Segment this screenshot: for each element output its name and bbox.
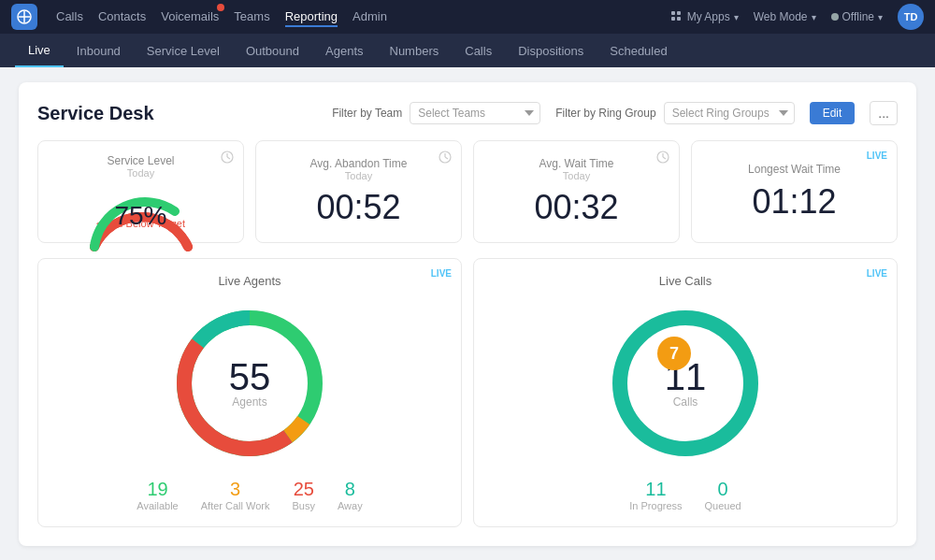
metric-wait-title: Avg. Wait Time: [539, 157, 613, 170]
subnav-agents[interactable]: Agents: [312, 34, 376, 67]
dashboard-header: Service Desk Filter by Team Select Teams…: [37, 101, 898, 125]
metric-wait-value: 00:32: [534, 189, 618, 226]
svg-rect-4: [677, 11, 681, 15]
filter-ring-label: Filter by Ring Group: [555, 107, 655, 120]
metric-service-level: Service Level Today: [37, 140, 244, 243]
voicemail-badge: [217, 4, 224, 11]
more-button[interactable]: ...: [870, 101, 898, 125]
agents-count: 55: [229, 358, 271, 395]
svg-rect-3: [671, 11, 675, 15]
queued-value: 0: [705, 479, 741, 500]
subnav-numbers[interactable]: Numbers: [377, 34, 453, 67]
top-nav: Calls Contacts Voicemails Teams Reportin…: [0, 0, 935, 34]
live-calls-title: Live Calls: [489, 274, 882, 288]
in-progress-label: In Progress: [629, 500, 682, 511]
after-call-value: 3: [201, 479, 270, 500]
top-nav-links: Calls Contacts Voicemails Teams Reportin…: [56, 7, 652, 27]
page-title: Service Desk: [37, 103, 154, 124]
calls-notification-bubble: 7: [657, 337, 691, 370]
edit-button[interactable]: Edit: [810, 102, 856, 124]
live-agents-title: Live Agents: [53, 274, 446, 288]
agents-stats: 19 Available 3 After Call Work 25 Busy 8…: [53, 479, 446, 511]
after-call-label: After Call Work: [201, 500, 270, 511]
available-label: Available: [137, 500, 178, 511]
gauge-value: 75%: [114, 201, 166, 231]
clock-icon-1: [439, 151, 452, 166]
nav-reporting[interactable]: Reporting: [285, 7, 338, 27]
live-agents-panel: LIVE Live Agents: [37, 258, 462, 527]
agents-donut-wrapper: 55 Agents: [53, 299, 446, 467]
svg-line-12: [445, 157, 448, 159]
subnav-service-level[interactable]: Service Level: [134, 34, 233, 67]
calls-stats: 11 In Progress 0 Queued: [489, 479, 882, 511]
main-content: Service Desk Filter by Team Select Teams…: [0, 67, 935, 560]
svg-rect-5: [671, 17, 675, 21]
metrics-row: Service Level Today: [37, 140, 898, 243]
subnav-live[interactable]: Live: [15, 34, 64, 67]
metric-wait-subtitle: Today: [563, 170, 590, 181]
metric-longest-title: Longest Wait Time: [748, 163, 841, 176]
live-calls-panel: LIVE Live Calls 7 11 Calls 11: [473, 258, 898, 527]
metric-longest-value: 01:12: [752, 183, 836, 221]
status-btn[interactable]: Offline ▾: [831, 10, 883, 23]
in-progress-value: 11: [629, 479, 682, 500]
web-mode-btn[interactable]: Web Mode ▾: [754, 10, 816, 23]
stat-queued: 0 Queued: [705, 479, 741, 511]
calls-donut-wrapper: 7 11 Calls: [489, 299, 882, 467]
busy-value: 25: [293, 479, 315, 500]
subnav-outbound[interactable]: Outbound: [233, 34, 312, 67]
metric-longest-wait: Longest Wait Time LIVE 01:12: [691, 140, 898, 243]
clock-icon-0: [221, 151, 234, 166]
calls-label: Calls: [665, 395, 707, 409]
nav-admin[interactable]: Admin: [352, 7, 387, 27]
metric-wait-time: Avg. Wait Time Today 00:32: [473, 140, 680, 243]
stat-in-progress: 11 In Progress: [629, 479, 682, 511]
nav-calls[interactable]: Calls: [56, 7, 83, 27]
subnav-calls[interactable]: Calls: [452, 34, 505, 67]
away-value: 8: [338, 479, 363, 500]
metric-service-level-title: Service Level: [53, 154, 228, 167]
filter-team-select[interactable]: Select Teams: [410, 102, 540, 124]
live-badge-0: LIVE: [867, 151, 887, 161]
subnav-inbound[interactable]: Inbound: [64, 34, 134, 67]
metric-abandon-title: Avg. Abandon Time: [310, 157, 408, 170]
metric-abandon-value: 00:52: [316, 189, 400, 226]
nav-voicemails[interactable]: Voicemails: [161, 7, 219, 27]
away-label: Away: [338, 500, 363, 511]
available-value: 19: [137, 479, 178, 500]
stat-available: 19 Available: [137, 479, 178, 511]
filter-ring-select[interactable]: Select Ring Groups: [664, 102, 795, 124]
nav-contacts[interactable]: Contacts: [98, 7, 146, 27]
subnav-dispositions[interactable]: Dispositions: [505, 34, 597, 67]
metric-service-level-subtitle: Today: [53, 167, 228, 179]
live-badge-calls: LIVE: [867, 268, 887, 279]
queued-label: Queued: [705, 500, 741, 511]
metric-abandon-subtitle: Today: [345, 170, 372, 181]
agents-label: Agents: [229, 395, 271, 409]
live-badge-agents: LIVE: [431, 268, 452, 279]
agents-donut-center: 55 Agents: [229, 358, 271, 409]
nav-teams[interactable]: Teams: [234, 7, 269, 27]
stat-after-call: 3 After Call Work: [201, 479, 270, 511]
filter-team-label: Filter by Team: [332, 107, 402, 120]
live-row: LIVE Live Agents: [37, 258, 898, 527]
svg-line-15: [663, 157, 666, 159]
subnav-scheduled[interactable]: Scheduled: [597, 34, 680, 67]
svg-line-9: [227, 157, 230, 159]
stat-busy: 25 Busy: [293, 479, 315, 511]
clock-icon-2: [656, 151, 669, 166]
sub-nav: Live Inbound Service Level Outbound Agen…: [0, 34, 935, 67]
top-nav-right: My Apps ▾ Web Mode ▾ Offline ▾ TD: [670, 4, 924, 30]
status-indicator: [831, 13, 839, 21]
stat-away: 8 Away: [338, 479, 363, 511]
svg-rect-6: [677, 17, 681, 21]
gauge-container: 75%: [53, 186, 228, 214]
avatar[interactable]: TD: [898, 4, 924, 30]
dashboard-card: Service Desk Filter by Team Select Teams…: [19, 82, 916, 546]
busy-label: Busy: [293, 500, 315, 511]
filter-team-group: Filter by Team Select Teams: [332, 102, 540, 124]
filter-ring-group: Filter by Ring Group Select Ring Groups: [555, 102, 794, 124]
my-apps-btn[interactable]: My Apps ▾: [670, 10, 739, 23]
logo: [11, 4, 37, 30]
metric-abandon-time: Avg. Abandon Time Today 00:52: [255, 140, 462, 243]
